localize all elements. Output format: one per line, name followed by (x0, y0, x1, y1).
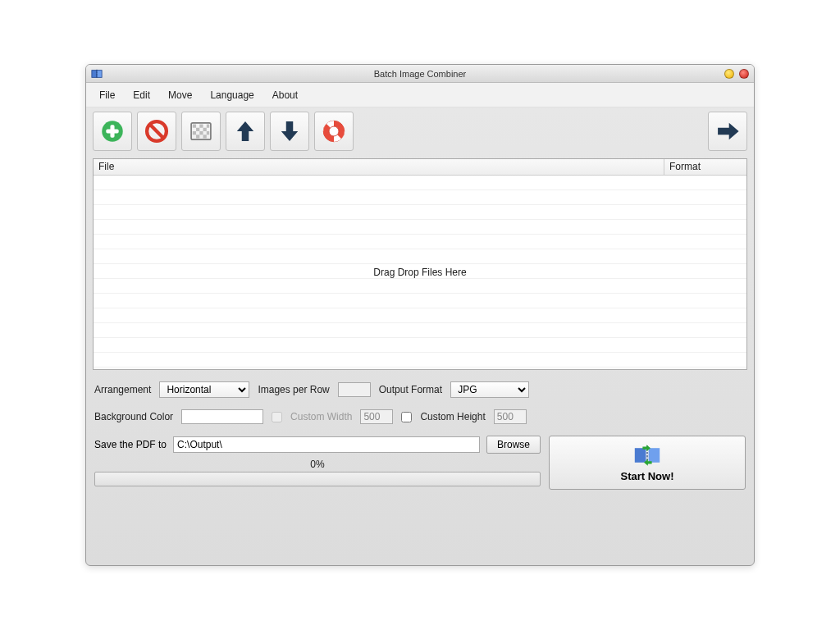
close-button[interactable] (739, 69, 749, 79)
list-row (94, 338, 746, 353)
save-path-input[interactable] (173, 436, 480, 453)
custom-width-checkbox (272, 412, 282, 422)
menu-about[interactable]: About (264, 86, 306, 104)
custom-height-input (494, 409, 527, 424)
output-format-select[interactable]: JPG (450, 381, 529, 398)
column-file[interactable]: File (94, 159, 664, 175)
svg-rect-1 (97, 70, 102, 77)
images-per-row-input (338, 382, 371, 397)
svg-rect-0 (92, 70, 97, 77)
arrow-right-icon (714, 117, 742, 145)
list-row (94, 249, 746, 264)
svg-rect-14 (193, 131, 196, 135)
bg-color-swatch[interactable] (181, 409, 263, 424)
file-list[interactable]: File Format Drag Drop Files Here (93, 158, 747, 370)
lifebuoy-icon (320, 117, 348, 145)
list-row (94, 294, 746, 308)
list-row (94, 323, 746, 338)
svg-rect-11 (207, 125, 209, 128)
move-down-button[interactable] (270, 112, 309, 151)
svg-rect-9 (193, 125, 196, 128)
list-row (94, 279, 746, 294)
svg-rect-21 (635, 448, 646, 463)
start-button-label: Start Now! (621, 470, 674, 482)
list-row (94, 205, 746, 220)
help-button[interactable] (314, 112, 354, 151)
column-format[interactable]: Format (664, 159, 746, 175)
custom-width-input (360, 409, 393, 424)
app-window: Batch Image Combiner File Edit Move Lang… (85, 64, 755, 566)
list-row (94, 220, 746, 235)
arrangement-select[interactable]: Horizontal (159, 381, 249, 398)
list-row (94, 353, 746, 368)
title-bar: Batch Image Combiner (86, 65, 754, 83)
svg-rect-17 (196, 135, 199, 138)
arrow-up-icon (231, 117, 259, 145)
bg-color-label: Background Color (94, 411, 173, 422)
arrow-down-icon (276, 117, 304, 145)
menu-move[interactable]: Move (160, 86, 200, 104)
start-button[interactable]: Start Now! (549, 436, 746, 490)
file-list-header: File Format (94, 159, 746, 176)
list-row (94, 176, 746, 190)
list-row (94, 235, 746, 249)
list-row (94, 308, 746, 323)
plus-icon (98, 117, 126, 145)
window-title: Batch Image Combiner (374, 69, 467, 79)
svg-rect-10 (199, 125, 203, 128)
transparency-icon (187, 117, 215, 145)
toolbar (86, 107, 754, 155)
svg-line-7 (150, 125, 162, 137)
svg-rect-13 (203, 128, 207, 131)
options-row-1: Arrangement Horizontal Images per Row Ou… (93, 381, 747, 398)
menu-language[interactable]: Language (202, 86, 262, 104)
custom-width-label: Custom Width (290, 411, 352, 422)
save-row: Save the PDF to Browse 0% Start Now! (93, 436, 747, 490)
save-path-label: Save the PDF to (94, 439, 167, 450)
options-row-2: Background Color Custom Width Custom Hei… (93, 409, 747, 424)
output-format-label: Output Format (379, 384, 442, 395)
menu-edit[interactable]: Edit (125, 86, 158, 104)
progress-label: 0% (310, 459, 324, 470)
next-button[interactable] (708, 112, 747, 151)
content-area: File Format Drag Drop Files Here (86, 155, 754, 565)
list-row (94, 264, 746, 279)
images-per-row-label: Images per Row (258, 384, 329, 395)
svg-rect-15 (199, 131, 203, 135)
browse-button[interactable]: Browse (486, 436, 541, 454)
menu-bar: File Edit Move Language About (86, 83, 754, 107)
menu-file[interactable]: File (91, 86, 123, 104)
svg-rect-18 (203, 135, 207, 138)
custom-height-label: Custom Height (420, 411, 485, 422)
svg-rect-22 (649, 448, 660, 463)
minimize-button[interactable] (724, 69, 734, 79)
custom-height-checkbox[interactable] (401, 412, 412, 422)
list-row (94, 190, 746, 205)
clear-button[interactable] (181, 112, 221, 151)
svg-point-20 (329, 126, 339, 136)
app-icon (91, 68, 103, 80)
combine-icon (631, 443, 664, 468)
remove-button[interactable] (137, 112, 176, 151)
move-up-button[interactable] (226, 112, 265, 151)
add-button[interactable] (93, 112, 132, 151)
arrangement-label: Arrangement (94, 384, 151, 395)
file-list-body[interactable]: Drag Drop Files Here (94, 176, 746, 369)
no-entry-icon (143, 117, 171, 145)
svg-rect-5 (106, 129, 118, 133)
progress-bar (94, 472, 541, 486)
svg-rect-12 (196, 128, 199, 131)
svg-rect-16 (207, 131, 209, 135)
window-controls (724, 69, 749, 79)
